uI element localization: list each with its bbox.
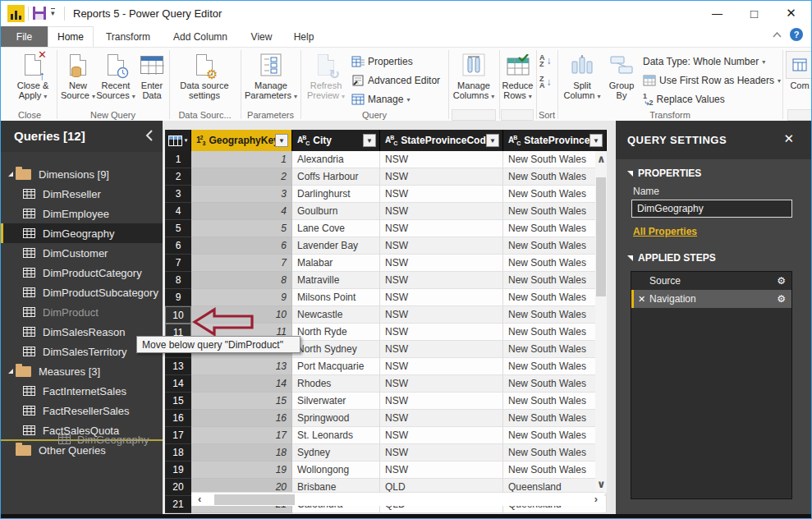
column-header-geographykey[interactable]: 123GeographyKey▼ — [191, 130, 292, 151]
table-cell[interactable]: Wollongong — [292, 462, 380, 479]
sort-ascending-button[interactable]: AZ ↓ — [539, 53, 552, 69]
table-cell[interactable]: Darlinghurst — [292, 186, 380, 203]
new-source-button[interactable]: New Source ▾ — [60, 51, 96, 102]
row-number[interactable]: 20 — [165, 479, 191, 496]
table-cell[interactable]: New South Wales — [503, 203, 607, 220]
table-cell[interactable]: 1 — [191, 151, 292, 168]
tab-home[interactable]: Home — [48, 26, 94, 47]
query-item-factresellersales[interactable]: FactResellerSales — [1, 401, 163, 420]
vertical-scrollbar[interactable]: ∧∨ — [595, 151, 607, 493]
help-icon[interactable]: ? — [790, 28, 803, 41]
row-number[interactable]: 21 — [165, 496, 191, 513]
scroll-down-icon[interactable]: ∨ — [597, 480, 606, 489]
table-cell[interactable]: 13 — [191, 358, 292, 375]
properties-button[interactable]: Properties — [351, 53, 413, 70]
table-cell[interactable]: New South Wales — [503, 444, 607, 462]
table-cell[interactable]: NSW — [380, 393, 503, 410]
advanced-editor-button[interactable]: Advanced Editor — [351, 72, 440, 89]
table-cell[interactable]: Goulburn — [292, 203, 380, 220]
table-cell[interactable]: Lavender Bay — [292, 237, 380, 255]
table-cell[interactable]: NSW — [380, 186, 503, 203]
table-cell[interactable]: NSW — [380, 306, 503, 324]
row-number[interactable]: 18 — [165, 444, 191, 462]
table-cell[interactable]: Rhodes — [292, 375, 380, 393]
query-item-dimreseller[interactable]: DimReseller — [1, 184, 163, 204]
table-cell[interactable]: New South Wales — [503, 410, 607, 427]
filter-dropdown-icon[interactable]: ▼ — [363, 134, 376, 147]
table-cell[interactable]: New South Wales — [503, 324, 607, 341]
table-cell[interactable]: 4 — [191, 203, 292, 220]
table-cell[interactable]: North Ryde — [292, 324, 380, 341]
query-name-input[interactable] — [631, 200, 792, 218]
collapse-queries-panel-icon[interactable] — [145, 130, 153, 145]
row-number[interactable]: 16 — [165, 410, 191, 427]
table-cell[interactable]: New South Wales — [503, 375, 607, 393]
table-cell[interactable]: Milsons Point — [292, 289, 380, 306]
table-cell[interactable]: New South Wales — [503, 427, 607, 444]
query-item-dimgeography[interactable]: DimGeography — [1, 223, 163, 243]
table-cell[interactable]: Matraville — [292, 272, 380, 289]
table-cell[interactable]: 5 — [191, 220, 292, 237]
table-cell[interactable]: New South Wales — [503, 341, 607, 358]
table-cell[interactable]: Port Macquarie — [292, 358, 380, 375]
table-cell[interactable]: North Sydney — [292, 341, 380, 358]
query-item-dimproduct[interactable]: DimProduct — [1, 302, 163, 322]
column-header-city[interactable]: ABCCity▼ — [292, 130, 380, 151]
all-properties-link[interactable]: All Properties — [633, 226, 697, 237]
scroll-up-icon[interactable]: ∧ — [597, 154, 606, 164]
table-cell[interactable]: New South Wales — [503, 358, 607, 375]
row-number[interactable]: 13 — [165, 358, 191, 375]
table-cell[interactable]: Coffs Harbour — [292, 168, 380, 186]
close-apply-button[interactable]: ✕ ↑ Close & Apply ▾ — [9, 51, 57, 102]
manage-button[interactable]: Manage ▾ — [351, 91, 410, 108]
combine-button[interactable]: Com — [787, 51, 812, 90]
tab-transform[interactable]: Transform — [94, 26, 163, 47]
table-cell[interactable]: NSW — [380, 203, 503, 220]
row-number[interactable]: 19 — [165, 462, 191, 479]
table-cell[interactable]: Alexandria — [292, 151, 380, 168]
properties-section-header[interactable]: PROPERTIES — [627, 168, 701, 179]
row-number[interactable]: 9 — [165, 289, 191, 306]
scroll-left-icon[interactable]: ‹ — [198, 494, 201, 504]
query-item-measures-3-[interactable]: Measures [3] — [1, 361, 163, 381]
table-cell[interactable]: Springwood — [292, 410, 380, 427]
data-source-settings-button[interactable]: ⚙ Data source settings — [177, 51, 232, 100]
horizontal-scrollbar-thumb[interactable] — [214, 494, 295, 505]
table-cell[interactable]: NSW — [380, 358, 503, 375]
first-row-headers-button[interactable]: Use First Row as Headers ▾ — [643, 72, 781, 89]
recent-sources-button[interactable]: Recent Sources ▾ — [96, 51, 135, 102]
reduce-rows-button[interactable]: Reduce Rows ▾ — [500, 51, 535, 102]
table-cell[interactable]: 15 — [191, 393, 292, 410]
delete-step-icon[interactable]: ✕ — [638, 294, 649, 305]
table-cell[interactable]: 16 — [191, 410, 292, 427]
horizontal-scrollbar[interactable]: ‹› — [191, 492, 604, 506]
table-cell[interactable]: 7 — [191, 255, 292, 272]
query-item-dimensions-9-[interactable]: Dimensions [9] — [1, 164, 163, 184]
applied-step-navigation[interactable]: ✕Navigation⚙ — [631, 290, 791, 308]
filter-dropdown-icon[interactable]: ▼ — [486, 134, 499, 147]
table-cell[interactable]: 6 — [191, 237, 292, 255]
table-cell[interactable]: NSW — [380, 410, 503, 427]
data-type-button[interactable]: Data Type: Whole Number ▾ — [643, 53, 765, 70]
minimize-button[interactable]: — — [699, 1, 736, 25]
row-number[interactable]: 8 — [165, 272, 191, 289]
column-header-stateprovincena[interactable]: ABCStateProvinceNa▼ — [503, 130, 607, 151]
table-cell[interactable]: 2 — [191, 168, 292, 186]
collapse-ribbon-icon[interactable] — [773, 32, 782, 38]
row-number[interactable]: 5 — [165, 220, 191, 237]
row-number[interactable]: 14 — [165, 375, 191, 393]
tab-help[interactable]: Help — [285, 26, 323, 47]
table-cell[interactable]: Lane Cove — [292, 220, 380, 237]
table-cell[interactable]: NSW — [380, 220, 503, 237]
table-cell[interactable]: Malabar — [292, 255, 380, 272]
applied-steps-section-header[interactable]: APPLIED STEPS — [627, 252, 716, 264]
save-icon[interactable] — [33, 7, 46, 20]
table-cell[interactable]: 17 — [191, 427, 292, 444]
table-cell[interactable]: 9 — [191, 289, 292, 306]
filter-dropdown-icon[interactable]: ▼ — [590, 134, 603, 147]
table-cell[interactable]: NSW — [380, 324, 503, 341]
table-menu-button[interactable]: ▾ — [165, 130, 191, 151]
table-cell[interactable]: NSW — [380, 375, 503, 393]
tab-view[interactable]: View — [238, 26, 285, 47]
quick-access-toolbar-caret-icon[interactable]: ▾ — [51, 8, 55, 18]
